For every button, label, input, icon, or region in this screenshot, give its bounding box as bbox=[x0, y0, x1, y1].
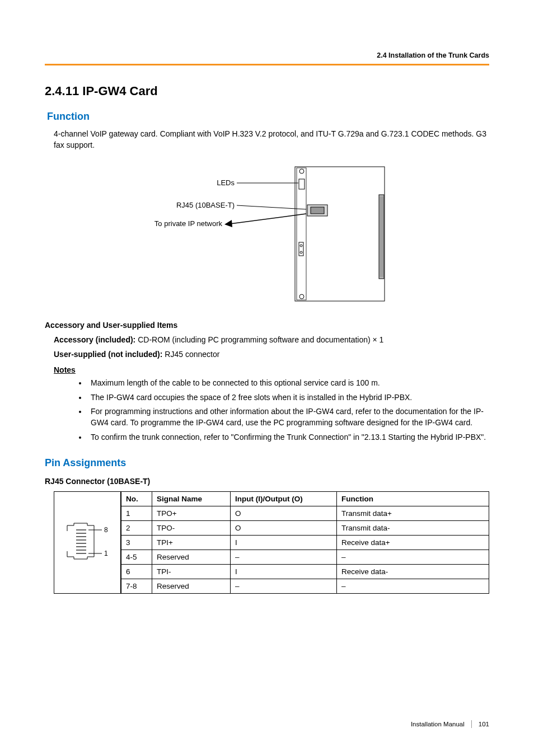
user-supplied-label: User-supplied (not included): bbox=[54, 350, 162, 359]
cell-no: 7-8 bbox=[121, 579, 152, 594]
card-diagram-svg: LEDs RJ45 (10BASE-T) To private IP netwo… bbox=[138, 161, 396, 309]
table-row: 4-5 Reserved – – bbox=[121, 550, 489, 565]
svg-marker-18 bbox=[224, 220, 232, 227]
footer-divider bbox=[471, 720, 472, 728]
rj45-pin-8-label: 8 bbox=[104, 526, 108, 534]
cell-func: Transmit data+ bbox=[337, 506, 489, 521]
cell-signal: TPO- bbox=[152, 521, 231, 536]
function-heading: Function bbox=[47, 111, 489, 123]
accessory-label: Accessory (included): bbox=[54, 335, 135, 344]
pin-assignments-section: Pin Assignments RJ45 Connector (10BASE-T… bbox=[45, 457, 489, 594]
cell-io: – bbox=[231, 579, 337, 594]
cell-no: 2 bbox=[121, 521, 152, 536]
card-diagram: LEDs RJ45 (10BASE-T) To private IP netwo… bbox=[45, 161, 489, 309]
connector-heading: RJ45 Connector (10BASE-T) bbox=[45, 477, 489, 486]
svg-rect-10 bbox=[379, 195, 384, 279]
cell-io: I bbox=[231, 565, 337, 579]
footer-manual: Installation Manual bbox=[411, 721, 465, 727]
cell-no: 1 bbox=[121, 506, 152, 521]
accessory-body: Accessory (included): CD-ROM (including … bbox=[54, 334, 489, 360]
col-io: Input (I)/Output (O) bbox=[231, 492, 337, 506]
svg-rect-4 bbox=[299, 179, 305, 189]
col-signal: Signal Name bbox=[152, 492, 231, 506]
footer-page: 101 bbox=[479, 721, 489, 727]
notes-list: Maximum length of the cable to be connec… bbox=[76, 378, 489, 443]
cell-no: 4-5 bbox=[121, 550, 152, 565]
svg-rect-6 bbox=[311, 207, 324, 214]
accessory-text: CD-ROM (including PC programming softwar… bbox=[135, 335, 383, 344]
rj45-svg: 8 1 bbox=[62, 518, 113, 568]
cell-func: Receive data+ bbox=[337, 536, 489, 550]
cell-signal: Reserved bbox=[152, 550, 231, 565]
user-supplied-line: User-supplied (not included): RJ45 conne… bbox=[54, 349, 489, 360]
cell-no: 6 bbox=[121, 565, 152, 579]
list-item: To confirm the trunk connection, refer t… bbox=[87, 432, 489, 443]
cell-io: O bbox=[231, 506, 337, 521]
rj45-connector-diagram: 8 1 bbox=[54, 491, 121, 594]
table-row: 2 TPO- O Transmit data- bbox=[121, 521, 489, 536]
cell-func: Transmit data- bbox=[337, 521, 489, 536]
function-body: 4-channel VoIP gateway card. Compliant w… bbox=[54, 128, 489, 151]
function-body-wrap: 4-channel VoIP gateway card. Compliant w… bbox=[54, 128, 489, 151]
diagram-label-rj45: RJ45 (10BASE-T) bbox=[176, 201, 235, 209]
header-breadcrumb: 2.4 Installation of the Trunk Cards bbox=[377, 51, 489, 59]
table-row: 6 TPI- I Receive data- bbox=[121, 565, 489, 579]
user-supplied-text: RJ45 connector bbox=[162, 350, 219, 359]
table-row: 7-8 Reserved – – bbox=[121, 579, 489, 594]
cell-no: 3 bbox=[121, 536, 152, 550]
svg-rect-0 bbox=[295, 167, 385, 301]
cell-io: I bbox=[231, 536, 337, 550]
cell-io: – bbox=[231, 550, 337, 565]
list-item: For programming instructions and other i… bbox=[87, 406, 489, 428]
cell-signal: TPO+ bbox=[152, 506, 231, 521]
section-title: 2.4.11 IP-GW4 Card bbox=[45, 84, 489, 98]
col-no: No. bbox=[121, 492, 152, 506]
diagram-label-private-ip: To private IP network bbox=[154, 219, 223, 228]
table-row: 1 TPO+ O Transmit data+ bbox=[121, 506, 489, 521]
cell-signal: TPI+ bbox=[152, 536, 231, 550]
accessory-heading: Accessory and User-supplied Items bbox=[45, 321, 489, 330]
pin-table-wrap: 8 1 No. Signal Name Input (I)/Output (O)… bbox=[54, 491, 489, 594]
list-item: The IP-GW4 card occupies the space of 2 … bbox=[87, 392, 489, 403]
table-row: 3 TPI+ I Receive data+ bbox=[121, 536, 489, 550]
pin-heading: Pin Assignments bbox=[45, 457, 489, 469]
pin-table: No. Signal Name Input (I)/Output (O) Fun… bbox=[121, 491, 489, 594]
diagram-label-leds: LEDs bbox=[217, 179, 235, 187]
page-content: 2.4.11 IP-GW4 Card Function 4-channel Vo… bbox=[45, 84, 489, 594]
header-rule bbox=[45, 64, 489, 65]
accessory-line: Accessory (included): CD-ROM (including … bbox=[54, 334, 489, 345]
cell-io: O bbox=[231, 521, 337, 536]
table-header-row: No. Signal Name Input (I)/Output (O) Fun… bbox=[121, 492, 489, 506]
cell-signal: Reserved bbox=[152, 579, 231, 594]
cell-func: – bbox=[337, 550, 489, 565]
notes-heading: Notes bbox=[54, 365, 489, 374]
col-func: Function bbox=[337, 492, 489, 506]
page-footer: Installation Manual 101 bbox=[411, 720, 489, 728]
cell-signal: TPI- bbox=[152, 565, 231, 579]
cell-func: Receive data- bbox=[337, 565, 489, 579]
rj45-pin-1-label: 1 bbox=[104, 550, 108, 557]
cell-func: – bbox=[337, 579, 489, 594]
list-item: Maximum length of the cable to be connec… bbox=[87, 378, 489, 389]
